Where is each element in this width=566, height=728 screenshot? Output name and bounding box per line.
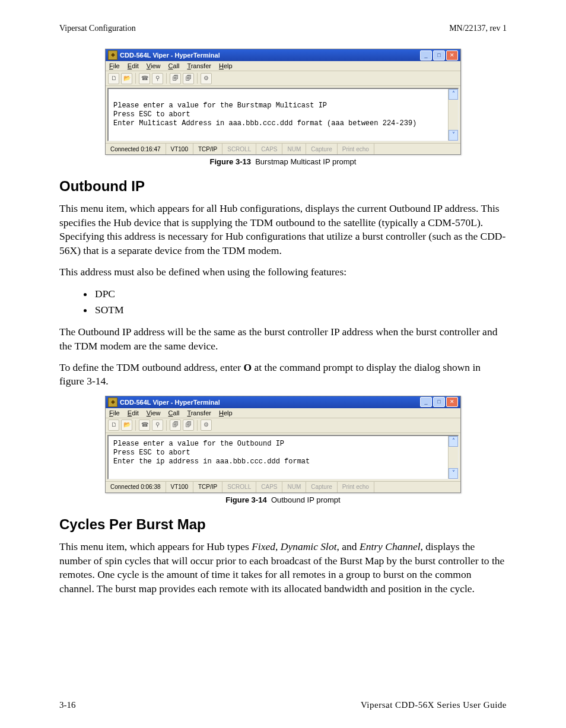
app-icon: ◆	[108, 398, 117, 407]
receive-icon[interactable]: 🗐	[183, 73, 194, 84]
page-footer: 3-16 Vipersat CDD-56X Series User Guide	[59, 700, 507, 710]
menu-help[interactable]: Help	[219, 409, 233, 417]
status-scroll: SCROLL	[222, 482, 256, 492]
heading-cycles-per-burst-map: Cycles Per Burst Map	[59, 516, 507, 533]
status-connected: Connected 0:06:38	[106, 482, 166, 492]
figure-caption-13: Figure 3-13 Burstmap Multicast IP prompt	[59, 157, 507, 166]
new-icon[interactable]: 🗋	[108, 73, 119, 84]
titlebar[interactable]: ◆ CDD-564L Viper - HyperTerminal _ □ ✕	[106, 396, 460, 408]
outbound-paragraph-2: This address must also be defined when u…	[59, 265, 507, 279]
scrollbar[interactable]: ˄ ˅	[448, 436, 458, 479]
status-connected: Connected 0:16:47	[106, 144, 166, 154]
status-print: Print echo	[338, 144, 374, 154]
toolbar: 🗋 📂 ☎ ⚲ 🗐 🗐 ⚙	[106, 418, 460, 433]
status-capture: Capture	[306, 144, 338, 154]
window-title: CDD-564L Viper - HyperTerminal	[120, 399, 420, 406]
send-icon[interactable]: 🗐	[170, 73, 181, 84]
menu-file[interactable]: File	[109, 62, 120, 69]
figure-caption-14: Figure 3-14 Outbound IP prompt	[59, 495, 507, 504]
toolbar: 🗋 📂 ☎ ⚲ 🗐 🗐 ⚙	[106, 71, 460, 86]
hyperterminal-window-1: ◆ CDD-564L Viper - HyperTerminal _ □ ✕ F…	[105, 49, 461, 155]
scrollbar[interactable]: ˄ ˅	[448, 89, 458, 141]
status-scroll: SCROLL	[222, 144, 256, 154]
menu-transfer[interactable]: Transfer	[187, 409, 211, 417]
scroll-down-icon[interactable]: ˅	[449, 130, 458, 141]
maximize-button[interactable]: □	[433, 50, 445, 61]
header-right: MN/22137, rev 1	[449, 24, 507, 33]
menu-edit[interactable]: Edit	[128, 409, 139, 417]
maximize-button[interactable]: □	[433, 397, 445, 407]
status-print: Print echo	[338, 482, 374, 492]
new-icon[interactable]: 🗋	[108, 419, 119, 431]
menu-transfer[interactable]: Transfer	[187, 62, 211, 69]
connect-icon[interactable]: ☎	[139, 419, 150, 431]
status-caps: CAPS	[256, 482, 282, 492]
menu-file[interactable]: File	[109, 409, 120, 417]
statusbar: Connected 0:16:47 VT100 TCP/IP SCROLL CA…	[106, 143, 460, 154]
properties-icon[interactable]: ⚙	[201, 419, 212, 431]
status-emulation: VT100	[166, 482, 193, 492]
disconnect-icon[interactable]: ⚲	[152, 73, 163, 84]
titlebar[interactable]: ◆ CDD-564L Viper - HyperTerminal _ □ ✕	[106, 49, 460, 61]
outbound-paragraph-1: This menu item, which appears for all Hu…	[59, 202, 507, 258]
menu-edit[interactable]: Edit	[128, 62, 139, 69]
terminal-text: Please enter a value for the Outbound IP…	[113, 440, 454, 475]
receive-icon[interactable]: 🗐	[183, 419, 194, 431]
cycles-paragraph-1: This menu item, which appears for Hub ty…	[59, 540, 507, 596]
outbound-paragraph-3: The Outbound IP address will be the same…	[59, 325, 507, 353]
separator-icon	[197, 420, 198, 431]
separator-icon	[135, 420, 136, 431]
menubar: File Edit View Call Transfer Help	[106, 61, 460, 71]
open-icon[interactable]: 📂	[121, 419, 132, 431]
status-num: NUM	[282, 144, 306, 154]
disconnect-icon[interactable]: ⚲	[152, 419, 163, 431]
close-button[interactable]: ✕	[446, 50, 458, 61]
bullet-dpc: DPC	[94, 286, 507, 302]
status-num: NUM	[282, 482, 306, 492]
open-icon[interactable]: 📂	[121, 73, 132, 84]
menubar: File Edit View Call Transfer Help	[106, 408, 460, 418]
menu-call[interactable]: Call	[168, 62, 180, 69]
status-emulation: VT100	[166, 144, 193, 154]
outbound-paragraph-4: To define the TDM outbound address, ente…	[59, 361, 507, 389]
heading-outbound-ip: Outbound IP	[59, 178, 507, 195]
separator-icon	[166, 420, 167, 431]
minimize-button[interactable]: _	[420, 397, 432, 407]
menu-call[interactable]: Call	[168, 409, 180, 417]
menu-view[interactable]: View	[147, 62, 161, 69]
page-number: 3-16	[59, 700, 76, 710]
statusbar: Connected 0:06:38 VT100 TCP/IP SCROLL CA…	[106, 481, 460, 492]
close-button[interactable]: ✕	[446, 397, 458, 407]
menu-view[interactable]: View	[147, 409, 161, 417]
terminal-output[interactable]: Please enter a value for the Outbound IP…	[107, 435, 459, 479]
status-capture: Capture	[306, 482, 338, 492]
outbound-bullets: DPC SOTM	[59, 286, 507, 318]
status-protocol: TCP/IP	[193, 144, 222, 154]
send-icon[interactable]: 🗐	[170, 419, 181, 431]
terminal-text: Please enter a value for the Burstmap Mu…	[113, 93, 454, 137]
menu-help[interactable]: Help	[219, 62, 233, 69]
connect-icon[interactable]: ☎	[139, 73, 150, 84]
hyperterminal-window-2: ◆ CDD-564L Viper - HyperTerminal _ □ ✕ F…	[105, 396, 461, 493]
separator-icon	[197, 73, 198, 84]
scroll-down-icon[interactable]: ˅	[449, 468, 458, 479]
app-icon: ◆	[108, 50, 117, 60]
minimize-button[interactable]: _	[420, 50, 432, 61]
header-left: Vipersat Configuration	[59, 24, 136, 33]
status-protocol: TCP/IP	[193, 482, 222, 492]
page-header: Vipersat Configuration MN/22137, rev 1	[59, 24, 507, 33]
separator-icon	[135, 73, 136, 84]
properties-icon[interactable]: ⚙	[201, 73, 212, 84]
scroll-up-icon[interactable]: ˄	[449, 89, 458, 100]
bullet-sotm: SOTM	[94, 302, 507, 318]
terminal-output[interactable]: Please enter a value for the Burstmap Mu…	[107, 88, 459, 141]
scroll-up-icon[interactable]: ˄	[449, 436, 458, 447]
separator-icon	[166, 73, 167, 84]
window-title: CDD-564L Viper - HyperTerminal	[120, 52, 420, 59]
guide-title: Vipersat CDD-56X Series User Guide	[361, 700, 507, 710]
status-caps: CAPS	[256, 144, 282, 154]
